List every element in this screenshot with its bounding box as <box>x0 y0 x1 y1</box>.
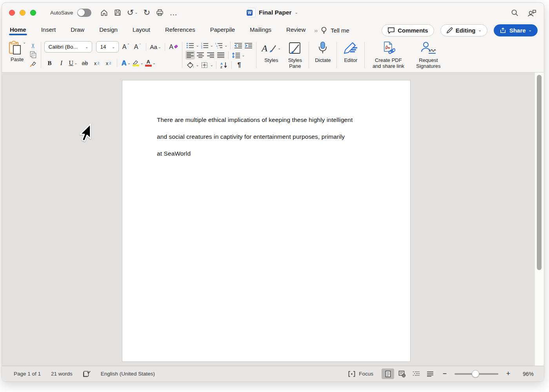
multilevel-chevron-icon[interactable]: ⌄ <box>224 44 227 47</box>
tell-me-button[interactable]: Tell me <box>331 27 349 34</box>
request-signatures-icon: x <box>420 41 436 55</box>
subscript-glyph: x <box>94 60 97 66</box>
comments-button[interactable]: Comments <box>382 24 434 36</box>
tab-layout[interactable]: Layout <box>132 24 151 37</box>
line-spacing-chevron-icon[interactable]: ⌄ <box>242 53 245 57</box>
language-status[interactable]: English (United States) <box>101 371 155 377</box>
text-effects-button[interactable]: A⌄ <box>121 58 131 68</box>
superscript-button[interactable]: x2 <box>103 58 113 68</box>
title-chevron-icon[interactable]: ⌄ <box>295 11 298 15</box>
strikethrough-button[interactable]: ab <box>80 58 90 68</box>
shading-button[interactable] <box>185 60 195 69</box>
scrollbar-thumb[interactable] <box>537 75 542 270</box>
align-right-button[interactable] <box>206 51 215 60</box>
borders-button[interactable] <box>200 60 209 69</box>
cut-button[interactable]: ✂ <box>28 41 38 50</box>
italic-button[interactable]: I <box>56 58 66 68</box>
autosave-toggle[interactable] <box>77 9 91 17</box>
bullets-button[interactable] <box>185 41 195 50</box>
line-spacing-button[interactable] <box>231 51 241 60</box>
numbering-chevron-icon[interactable]: ⌄ <box>210 44 213 47</box>
dictate-button[interactable]: Dictate <box>311 38 334 72</box>
editor-button[interactable]: Editor <box>339 38 362 72</box>
show-paragraph-marks-button[interactable]: ¶ <box>235 60 244 69</box>
tab-review[interactable]: Review <box>285 24 306 37</box>
clear-formatting-button[interactable]: A <box>169 42 179 52</box>
web-layout-view-button[interactable] <box>396 368 408 379</box>
tab-insert[interactable]: Insert <box>40 24 57 37</box>
zoom-slider[interactable] <box>454 373 498 375</box>
undo-button[interactable]: ↺ ⌄ <box>127 9 138 17</box>
multilevel-list-button[interactable]: 1ai <box>214 41 224 50</box>
save-button[interactable] <box>114 9 122 16</box>
shrink-font-button[interactable]: Aˇ <box>132 42 142 52</box>
underline-button[interactable]: U⌄ <box>68 58 78 68</box>
tab-paperpile[interactable]: Paperpile <box>209 24 236 37</box>
proofing-status[interactable] <box>83 370 91 377</box>
share-label: Share <box>509 27 526 34</box>
change-case-button[interactable]: Aa⌄ <box>150 42 161 52</box>
minimize-button[interactable] <box>20 10 25 16</box>
page-count[interactable]: Page 1 of 1 <box>14 371 41 377</box>
search-button[interactable] <box>511 9 519 17</box>
draft-view-button[interactable] <box>424 368 436 379</box>
scissors-icon: ✂ <box>29 43 37 48</box>
home-button[interactable] <box>100 9 108 17</box>
text-line[interactable]: at SeaWorld <box>157 145 375 162</box>
subscript-button[interactable]: x2 <box>91 58 102 68</box>
numbering-button[interactable]: 123 <box>200 41 209 50</box>
justify-button[interactable] <box>216 51 225 60</box>
tab-design[interactable]: Design <box>98 24 118 37</box>
format-painter-button[interactable] <box>28 60 38 68</box>
more-commands-button[interactable]: … <box>169 8 178 17</box>
copy-button[interactable] <box>28 51 38 59</box>
tab-draw[interactable]: Draw <box>70 24 85 37</box>
bold-button[interactable]: B <box>44 58 55 68</box>
close-button[interactable] <box>9 10 15 16</box>
bullets-chevron-icon[interactable]: ⌄ <box>196 44 199 47</box>
group-divider <box>216 61 216 69</box>
highlight-color-button[interactable]: ⌄ <box>133 58 143 68</box>
styles-button[interactable]: A ⌄ Styles <box>259 38 284 72</box>
zoom-in-button[interactable]: + <box>505 370 511 378</box>
text-line[interactable]: and social creatures in captivity for en… <box>157 128 375 145</box>
document-page[interactable]: There are multiple ethical implications … <box>122 80 411 362</box>
document-title[interactable]: Final Paper <box>259 9 292 16</box>
focus-button[interactable]: Focus <box>348 371 373 377</box>
tab-references[interactable]: References <box>164 24 196 37</box>
borders-chevron-icon[interactable]: ⌄ <box>210 63 213 67</box>
tab-home[interactable]: Home <box>9 24 27 37</box>
zoom-slider-thumb[interactable] <box>472 370 479 377</box>
editing-mode-dropdown[interactable]: Editing ⌄ <box>440 24 487 36</box>
presence-button[interactable] <box>527 9 537 17</box>
sort-button[interactable]: AZ <box>219 60 229 69</box>
align-center-button[interactable] <box>196 51 205 60</box>
print-button[interactable] <box>156 9 164 16</box>
tab-mailings[interactable]: Mailings <box>249 24 272 37</box>
share-button[interactable]: Share ⌄ <box>494 24 538 36</box>
print-layout-view-button[interactable] <box>382 368 394 379</box>
styles-pane-button[interactable]: StylesPane <box>284 38 306 72</box>
fullscreen-button[interactable] <box>30 10 36 16</box>
font-color-button[interactable]: A ⌄ <box>145 58 156 68</box>
font-size-combobox[interactable]: 14 ⌄ <box>96 41 119 53</box>
create-pdf-share-link-button[interactable]: Create PDFand share link <box>367 38 409 72</box>
word-count[interactable]: 21 words <box>51 371 73 377</box>
outline-view-button[interactable] <box>410 368 422 379</box>
styles-a-glyph: A <box>262 44 267 53</box>
text-line[interactable]: There are multiple ethical implications … <box>157 111 375 128</box>
grow-font-button[interactable]: Aˆ <box>120 42 131 52</box>
align-left-button[interactable] <box>185 51 195 60</box>
decrease-indent-button[interactable] <box>233 41 243 50</box>
paste-button[interactable]: ⌄ Paste <box>8 40 26 71</box>
numbering-icon: 123 <box>201 42 209 49</box>
zoom-percentage[interactable]: 96% <box>516 371 534 377</box>
shading-chevron-icon[interactable]: ⌄ <box>196 63 199 67</box>
increase-indent-button[interactable] <box>244 41 253 50</box>
zoom-out-button[interactable]: − <box>442 370 448 378</box>
font-name-combobox[interactable]: Calibri (Bo... ⌄ <box>44 41 92 53</box>
tab-overflow-icon[interactable]: ›› <box>314 27 317 34</box>
request-signatures-button[interactable]: x RequestSignatures <box>409 38 447 72</box>
redo-button[interactable]: ↻ <box>144 9 151 17</box>
vertical-scrollbar[interactable] <box>534 73 544 366</box>
